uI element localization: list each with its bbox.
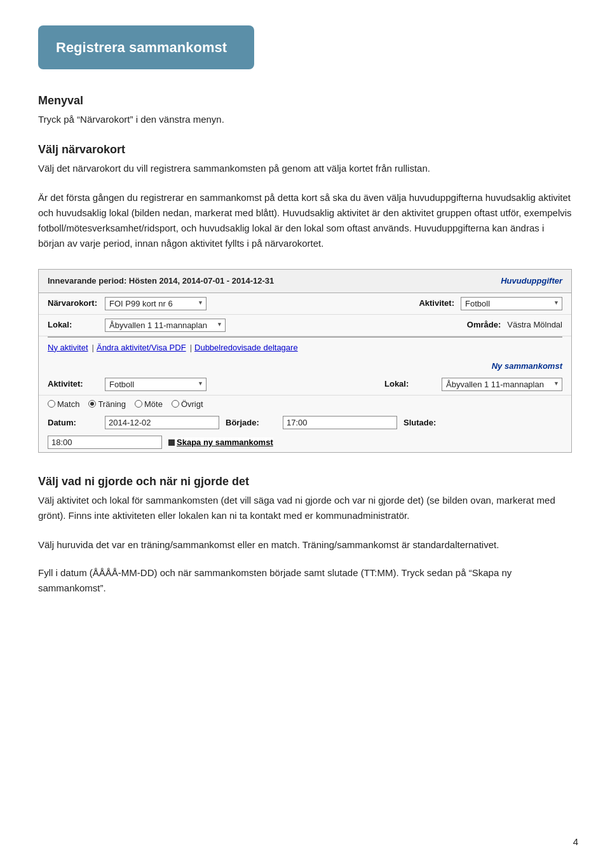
radio-match-circle [48, 400, 55, 408]
aktivitet-select-wrapper[interactable]: Fotboll [461, 297, 562, 310]
first-time-body: Är det första gången du registrerar en s… [38, 190, 572, 251]
narvarokort-select[interactable]: FOI P99 kort nr 6 [105, 297, 207, 310]
links-row: Ny aktivitet | Ändra aktivitet/Visa PDF … [39, 338, 571, 358]
aktivitet2-label: Aktivitet: [48, 378, 98, 390]
skapa-button[interactable]: Skapa ny sammankomst [168, 437, 273, 447]
radio-mote-label: Möte [144, 398, 163, 411]
radio-ovrigt-label: Övrigt [181, 398, 203, 411]
aktivitet-select[interactable]: Fotboll [461, 297, 562, 310]
valj-vad-title: Välj vad ni gjorde och när ni gjorde det [38, 473, 572, 490]
skapa-label: Skapa ny sammankomst [177, 437, 273, 447]
radio-ovrigt-circle [172, 400, 179, 408]
menyval-title: Menyval [38, 92, 572, 109]
radio-traning-label: Träning [98, 398, 126, 411]
valj-narvarokort-section: Välj närvarokort Välj det närvarokort du… [38, 141, 572, 176]
narvarokort-select-wrapper[interactable]: FOI P99 kort nr 6 [105, 297, 207, 310]
datum-input[interactable] [105, 416, 219, 429]
lokal-label: Lokal: [48, 319, 98, 331]
lokal-row: Lokal: Åbyvallen 1 11-mannaplan Område: … [39, 315, 571, 336]
datum-row: Datum: Började: Slutade: Skapa ny samman… [39, 413, 571, 452]
aktivitet2-select-wrapper[interactable]: Fotboll [105, 378, 207, 391]
slutade-label: Slutade: [403, 417, 454, 429]
aktivitet-label: Aktivitet: [419, 297, 454, 310]
andra-aktivitet-link[interactable]: Ändra aktivitet/Visa PDF [97, 341, 186, 354]
ny-aktivitet-link[interactable]: Ny aktivitet [48, 341, 88, 354]
radio-match[interactable]: Match [48, 398, 79, 411]
datum-body: Fyll i datum (ÅÅÅÅ-MM-DD) och när samman… [38, 565, 572, 596]
radio-ovrigt[interactable]: Övrigt [172, 398, 203, 411]
dubbelredovisade-link[interactable]: Dubbelredovisade deltagare [194, 341, 298, 354]
ui-mockup: Innevarande period: Hösten 2014, 2014-07… [38, 269, 572, 453]
valj-vad-body: Välj aktivitet och lokal för sammankomst… [38, 493, 572, 523]
header-banner: Registrera sammankomst [38, 25, 254, 69]
datum-label: Datum: [48, 417, 98, 429]
radio-group: Match Träning Möte Övrigt [39, 396, 571, 413]
ny-sammankomst-label: Ny sammankomst [39, 357, 571, 374]
lokal-select[interactable]: Åbyvallen 1 11-mannaplan [105, 319, 226, 332]
page-title: Registrera sammankomst [56, 37, 236, 58]
narvarokort-label: Närvarokort: [48, 297, 98, 310]
omrade-value: Västra Mölndal [507, 319, 562, 331]
menyval-section: Menyval Tryck på “Närvarokort” i den vän… [38, 92, 572, 127]
slutade-input[interactable] [48, 436, 162, 449]
lokal2-select-wrapper[interactable]: Åbyvallen 1 11-mannaplan [442, 378, 562, 391]
valj-narvarokort-body: Välj det närvarokort du vill registrera … [38, 161, 572, 176]
mockup-top-bar: Innevarande period: Hösten 2014, 2014-07… [39, 270, 571, 293]
radio-traning[interactable]: Träning [88, 398, 126, 411]
lokal-select-wrapper[interactable]: Åbyvallen 1 11-mannaplan [105, 319, 226, 332]
radio-traning-circle [88, 400, 96, 408]
period-label: Innevarande period: Hösten 2014, 2014-07… [48, 275, 274, 287]
radio-mote-circle [135, 400, 142, 408]
menyval-body: Tryck på “Närvarokort” i den vänstra men… [38, 112, 572, 127]
skapa-icon [168, 439, 175, 446]
aktivitet2-row: Aktivitet: Fotboll Lokal: Åbyvallen 1 11… [39, 374, 571, 396]
traning-body: Välj huruvida det var en träning/sammank… [38, 537, 572, 553]
huvuduppgifter-label: Huvuduppgifter [501, 275, 562, 287]
radio-mote[interactable]: Möte [135, 398, 163, 411]
omrade-label: Område: [467, 319, 501, 331]
separator2: | [190, 341, 192, 354]
separator1: | [92, 341, 94, 354]
valj-vad-section: Välj vad ni gjorde och när ni gjorde det… [38, 473, 572, 523]
borjade-label: Började: [226, 417, 276, 429]
lokal2-select[interactable]: Åbyvallen 1 11-mannaplan [442, 378, 562, 391]
radio-match-label: Match [57, 398, 79, 411]
borjade-input[interactable] [283, 416, 397, 429]
aktivitet2-select[interactable]: Fotboll [105, 378, 207, 391]
narvarokort-row: Närvarokort: FOI P99 kort nr 6 Aktivitet… [39, 293, 571, 315]
lokal2-label: Lokal: [384, 378, 435, 390]
valj-narvarokort-title: Välj närvarokort [38, 141, 572, 158]
